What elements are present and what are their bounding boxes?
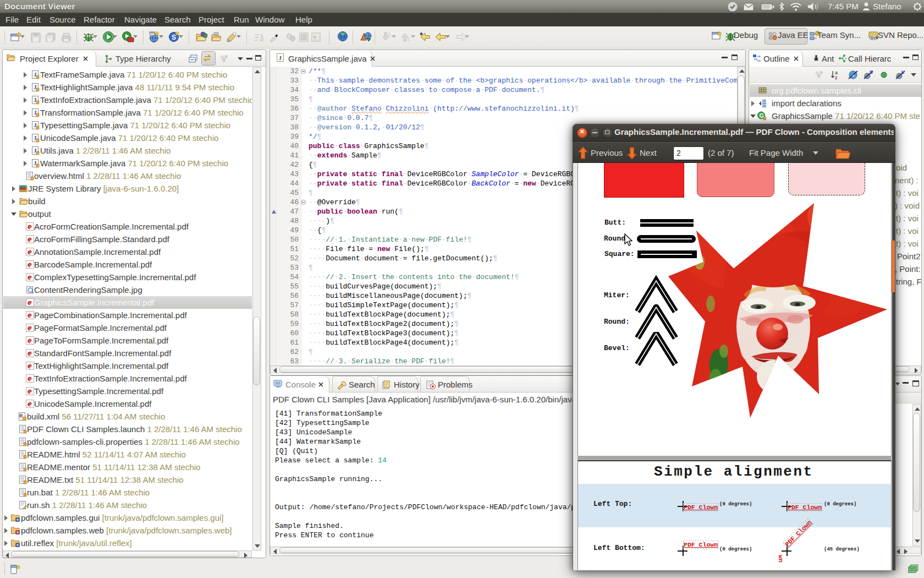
svg-text:¶: ¶ — [314, 34, 316, 41]
svg-text:S: S — [172, 34, 176, 41]
svg-text:G: G — [759, 112, 764, 119]
svg-text:J: J — [279, 54, 282, 61]
svg-text:z: z — [835, 75, 838, 80]
svg-text:SVN: SVN — [871, 36, 878, 40]
